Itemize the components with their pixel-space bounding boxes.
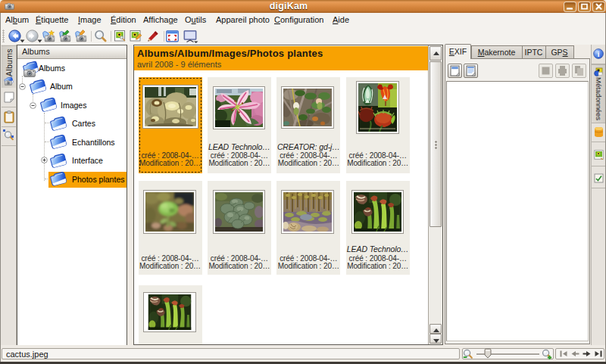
svg-text:i: i [598, 51, 600, 58]
